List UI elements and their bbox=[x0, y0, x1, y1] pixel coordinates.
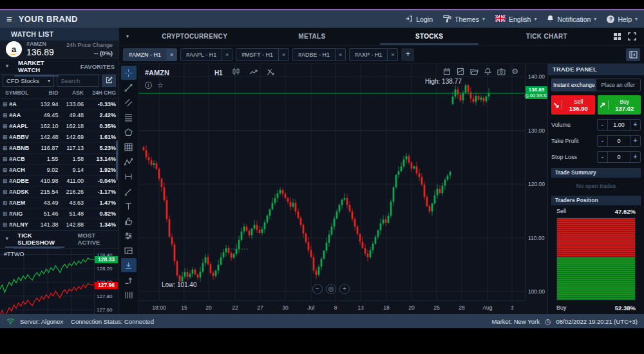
section-tab-tick-chart[interactable]: TICK CHART bbox=[488, 28, 605, 45]
tab-instant-exchange[interactable]: Instant exchange bbox=[552, 79, 596, 91]
close-tab-icon[interactable]: × bbox=[387, 49, 397, 61]
login-button[interactable]: Login bbox=[405, 15, 433, 24]
notification-menu[interactable]: Notification ▾ bbox=[547, 15, 596, 24]
chart-tab[interactable]: #AAPL - H1× bbox=[180, 48, 232, 61]
watch-table-row[interactable]: ⊞#AEM43.4943.631.47% bbox=[0, 197, 118, 208]
trend-line-icon[interactable] bbox=[121, 80, 137, 95]
section-tab-stocks[interactable]: STOCKS bbox=[371, 28, 488, 45]
tab-favorites[interactable]: FAVORITES bbox=[77, 60, 118, 73]
volume-decrease-button[interactable]: - bbox=[598, 120, 607, 130]
expand-icon[interactable]: ⊞ bbox=[3, 221, 7, 228]
tab-place-an-offer[interactable]: Place an offer bbox=[596, 79, 641, 91]
take-profit-increase-button[interactable]: + bbox=[630, 136, 640, 146]
folder-icon[interactable] bbox=[470, 67, 478, 76]
arrow-up-icon[interactable] bbox=[121, 273, 137, 287]
expand-icon[interactable]: ⊞ bbox=[3, 189, 7, 195]
calendar-icon[interactable] bbox=[443, 67, 451, 76]
menu-icon[interactable]: ≡ bbox=[6, 14, 12, 24]
close-tab-icon[interactable]: × bbox=[278, 49, 289, 61]
grid-icon[interactable] bbox=[121, 140, 137, 154]
polygon-icon[interactable] bbox=[121, 125, 137, 139]
collapse-icon[interactable]: ▾ bbox=[0, 236, 14, 241]
time-axis[interactable]: 18:001520222730Jul81318202528Aug3 bbox=[138, 301, 525, 315]
timeframe-label[interactable]: H1 bbox=[214, 70, 223, 77]
help-menu[interactable]: ? Help ▾ bbox=[607, 15, 638, 23]
long-position-icon[interactable] bbox=[121, 169, 137, 183]
themes-menu[interactable]: Themes ▾ bbox=[443, 15, 485, 24]
alert-bell-icon[interactable] bbox=[484, 67, 491, 76]
screenshot-icon[interactable] bbox=[497, 67, 506, 76]
volume-increase-button[interactable]: + bbox=[630, 120, 640, 130]
expand-icon[interactable]: ⊞ bbox=[3, 112, 7, 118]
stop-loss-increase-button[interactable]: + bbox=[630, 152, 640, 162]
template-icon[interactable] bbox=[457, 67, 464, 76]
watch-table-row[interactable]: ⊞#A132.94133.06-0.33% bbox=[0, 98, 118, 109]
section-tab-metals[interactable]: METALS bbox=[253, 28, 370, 45]
channel-icon[interactable] bbox=[121, 95, 137, 109]
layout-grid-button[interactable] bbox=[613, 32, 621, 41]
magnet-down-icon[interactable] bbox=[121, 258, 137, 272]
search-input[interactable] bbox=[57, 75, 99, 87]
indicators-icon[interactable] bbox=[267, 67, 275, 79]
expand-icon[interactable]: ⊞ bbox=[3, 123, 7, 129]
favorite-star-icon[interactable]: ☆ bbox=[157, 81, 164, 89]
stop-loss-decrease-button[interactable]: - bbox=[598, 152, 607, 162]
sell-button[interactable]: ↘ Sell 136.90 bbox=[551, 95, 595, 115]
watch-table-row[interactable]: ⊞#ADSK215.54216.26-1.17% bbox=[0, 186, 118, 197]
watchlist-scrollbar[interactable] bbox=[116, 140, 118, 180]
zoom-out-button[interactable]: − bbox=[312, 284, 323, 294]
collapse-icon[interactable]: ▾ bbox=[0, 63, 14, 69]
volume-value[interactable]: 1.00 bbox=[607, 120, 630, 130]
chart-tab[interactable]: #ADBE - H1× bbox=[292, 48, 346, 61]
main-chart[interactable]: High: 138.77Low: 101.40 #AMZN H1 bbox=[138, 64, 547, 315]
expand-icon[interactable]: ⊞ bbox=[3, 200, 7, 206]
compare-icon[interactable] bbox=[249, 67, 258, 79]
crosshair-icon[interactable] bbox=[121, 66, 137, 80]
add-chart-tab-button[interactable]: + bbox=[401, 48, 414, 61]
edit-watchlist-button[interactable] bbox=[102, 75, 116, 87]
info-icon[interactable]: i bbox=[145, 82, 152, 89]
chevron-down-icon[interactable]: ▾ bbox=[119, 33, 136, 39]
watch-table-row[interactable]: ⊞#ABNB116.87117.135.23% bbox=[0, 142, 118, 153]
tick-chart-plot[interactable]: #TTWO bbox=[0, 249, 95, 315]
tab-most-active[interactable]: MOST ACTIVE bbox=[74, 228, 118, 248]
expand-icon[interactable]: ⊞ bbox=[3, 101, 7, 107]
language-menu[interactable]: English ▾ bbox=[495, 15, 536, 23]
close-tab-icon[interactable]: × bbox=[335, 49, 345, 61]
watch-table-row[interactable]: ⊞#ACB1.551.5813.14% bbox=[0, 153, 118, 164]
collapse-panel-button[interactable] bbox=[626, 48, 640, 61]
fullscreen-button[interactable] bbox=[628, 32, 636, 41]
section-tab-cryptocurrency[interactable]: CRYPTOCURRENCY bbox=[136, 28, 253, 45]
zoom-in-button[interactable]: + bbox=[339, 284, 350, 294]
object-tree-icon[interactable] bbox=[121, 243, 137, 257]
watch-table-row[interactable]: ⊞#ADBE410.98411.00-0.04% bbox=[0, 175, 118, 186]
watch-table-row[interactable]: ⊞#ABBV142.48142.691.61% bbox=[0, 131, 118, 142]
take-profit-decrease-button[interactable]: - bbox=[598, 136, 607, 146]
chart-type-icon[interactable] bbox=[232, 67, 240, 79]
take-profit-value[interactable]: 0 bbox=[607, 136, 630, 146]
chart-tab[interactable]: #AXP - H1× bbox=[349, 48, 398, 61]
watch-table-row[interactable]: ⊞#AAPL162.10162.180.35% bbox=[0, 120, 118, 131]
tab-market-watch[interactable]: MARKET WATCH bbox=[14, 56, 68, 76]
expand-icon[interactable]: ⊞ bbox=[3, 178, 7, 184]
expand-icon[interactable]: ⊞ bbox=[3, 156, 7, 162]
chart-tab[interactable]: #MSFT - H1× bbox=[236, 48, 289, 61]
indicator-settings-icon[interactable] bbox=[121, 228, 137, 243]
thumb-up-icon[interactable] bbox=[121, 214, 137, 228]
watch-table-row[interactable]: ⊞#ACH9.029.141.92% bbox=[0, 164, 118, 175]
buy-button[interactable]: ↗ Buy 137.02 bbox=[598, 95, 641, 115]
settings-gear-icon[interactable]: ⚙ bbox=[511, 67, 518, 76]
xabcd-pattern-icon[interactable] bbox=[121, 154, 137, 169]
watch-table-row[interactable]: ⊞#AIG51.4651.480.82% bbox=[0, 208, 118, 219]
brush-icon[interactable] bbox=[121, 184, 137, 198]
chart-tab[interactable]: #AMZN - H1× bbox=[123, 48, 177, 61]
close-tab-icon[interactable]: × bbox=[222, 49, 232, 61]
watch-table-row[interactable]: ⊞#AA49.4549.482.42% bbox=[0, 109, 118, 120]
expand-icon[interactable]: ⊞ bbox=[3, 210, 7, 217]
zoom-reset-button[interactable]: ◎ bbox=[326, 284, 336, 294]
price-axis[interactable]: 136.89 ◷00:39:33 140.00130.00120.00110.0… bbox=[525, 64, 547, 301]
fib-retracement-icon[interactable] bbox=[121, 110, 137, 124]
expand-icon[interactable]: ⊞ bbox=[3, 167, 7, 173]
tab-tick-slideshow[interactable]: TICK SLIDESHOW bbox=[14, 228, 68, 248]
vertical-bars-icon[interactable] bbox=[121, 288, 137, 302]
